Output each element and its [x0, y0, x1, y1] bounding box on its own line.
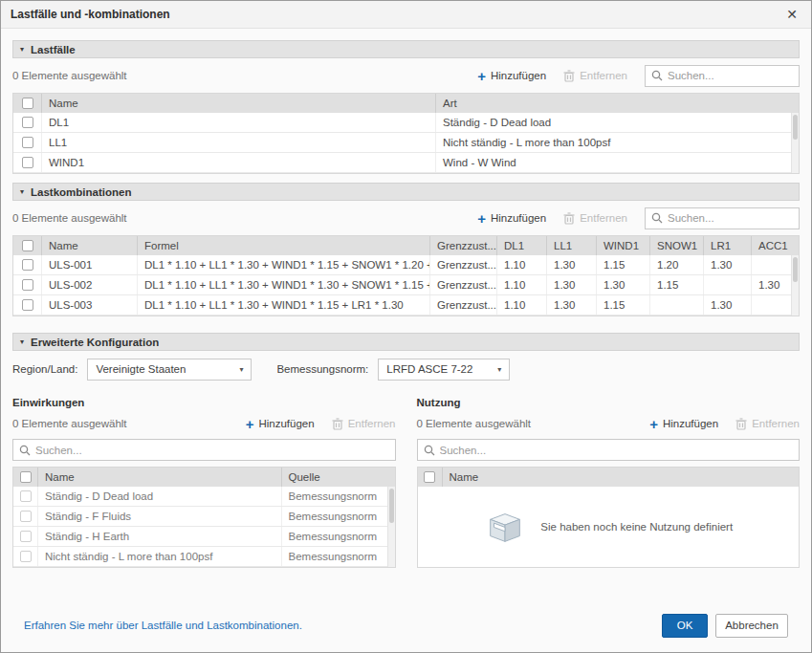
- scrollbar-thumb[interactable]: [793, 257, 798, 282]
- search-input[interactable]: [668, 212, 793, 224]
- table-row[interactable]: ULS-001 DL1 * 1.10 + LL1 * 1.30 + WIND1 …: [13, 255, 799, 275]
- cell-name: Ständig - D Dead load: [38, 487, 282, 506]
- plus-icon: +: [477, 69, 486, 83]
- ok-button[interactable]: OK: [662, 614, 708, 638]
- einwirkungen-table-header: Name Quelle: [13, 468, 395, 487]
- select-all-checkbox[interactable]: [22, 240, 33, 251]
- section-header-lastfaelle[interactable]: ▾ Lastfälle: [12, 40, 800, 58]
- close-icon: ✕: [786, 7, 798, 22]
- close-button[interactable]: ✕: [782, 5, 801, 24]
- empty-state-text: Sie haben noch keine Nutzung definiert: [540, 521, 733, 533]
- cell-quelle: Bemessungsnorm: [282, 487, 395, 506]
- column-header-lr1[interactable]: LR1: [704, 236, 752, 255]
- remove-label: Entfernen: [348, 418, 396, 429]
- select-all-checkbox[interactable]: [424, 471, 435, 483]
- section-header-lastkombinationen[interactable]: ▾ Lastkombinationen: [12, 183, 800, 201]
- nutzung-table: Name: [417, 467, 801, 568]
- column-header-art[interactable]: Art: [436, 94, 799, 113]
- column-header-grenzzustand[interactable]: Grenzzust...: [430, 236, 497, 255]
- row-checkbox[interactable]: [22, 259, 33, 271]
- learn-more-link[interactable]: Erfahren Sie mehr über Lastfälle und Las…: [24, 620, 302, 631]
- region-select[interactable]: Vereinigte Staaten ▾: [87, 359, 252, 381]
- combinations-table: Name Formel Grenzzust... DL1 LL1 WIND1 S…: [12, 235, 800, 316]
- add-button[interactable]: + Hinzufügen: [477, 211, 546, 226]
- column-header-formel[interactable]: Formel: [138, 236, 430, 255]
- remove-button[interactable]: Entfernen: [563, 70, 627, 82]
- cell-quelle: Bemessungsnorm: [282, 547, 395, 566]
- section-title: Erweiterte Konfiguration: [31, 337, 159, 348]
- row-checkbox[interactable]: [20, 531, 32, 542]
- cell-wind1: 1.30: [597, 275, 650, 294]
- table-row[interactable]: Nicht ständig - L more than 100psf Bemes…: [13, 547, 395, 567]
- row-checkbox[interactable]: [22, 299, 33, 311]
- select-all-checkbox[interactable]: [20, 471, 32, 483]
- cell-snow1: 1.15: [650, 275, 704, 294]
- select-all-checkbox[interactable]: [22, 98, 33, 109]
- cell-lr1: [704, 275, 752, 294]
- scrollbar-thumb[interactable]: [389, 489, 394, 523]
- cell-art: Wind - W Wind: [436, 153, 799, 172]
- plus-icon: +: [649, 417, 658, 431]
- norm-select[interactable]: LRFD ASCE 7-22 ▾: [378, 359, 510, 381]
- remove-button[interactable]: Entfernen: [563, 212, 627, 225]
- remove-button[interactable]: Entfernen: [735, 418, 800, 430]
- column-header-name[interactable]: Name: [42, 236, 138, 255]
- column-header-name[interactable]: Name: [443, 468, 800, 487]
- search-input[interactable]: [440, 445, 794, 456]
- row-checkbox[interactable]: [20, 490, 32, 502]
- lastfaelle-toolbar: 0 Elemente ausgewählt + Hinzufügen Entfe…: [12, 58, 800, 93]
- scrollbar[interactable]: [791, 113, 799, 173]
- cell-ll1: 1.30: [547, 255, 597, 274]
- row-checkbox[interactable]: [20, 511, 32, 522]
- row-checkbox[interactable]: [22, 117, 33, 128]
- row-checkbox[interactable]: [22, 137, 33, 148]
- cell-name: ULS-003: [42, 295, 138, 315]
- row-checkbox[interactable]: [22, 279, 33, 291]
- scrollbar-thumb[interactable]: [793, 115, 798, 140]
- table-row[interactable]: WIND1 Wind - W Wind: [13, 153, 799, 173]
- add-button[interactable]: + Hinzufügen: [477, 69, 546, 83]
- column-header-snow1[interactable]: SNOW1: [650, 236, 704, 255]
- column-header-dl1[interactable]: DL1: [497, 236, 547, 255]
- column-header-acc1[interactable]: ACC1: [752, 236, 799, 255]
- cancel-button[interactable]: Abbrechen: [715, 614, 788, 638]
- column-header-name[interactable]: Name: [42, 94, 436, 113]
- config-row: Region/Land: Vereinigte Staaten ▾ Bemess…: [12, 351, 800, 387]
- scrollbar[interactable]: [387, 487, 395, 567]
- row-checkbox[interactable]: [22, 157, 33, 168]
- table-row[interactable]: Ständig - D Dead load Bemessungsnorm: [13, 487, 395, 507]
- remove-label: Entfernen: [752, 418, 800, 429]
- add-button[interactable]: + Hinzufügen: [649, 417, 718, 431]
- search-input[interactable]: [35, 445, 389, 456]
- search-icon: [651, 212, 663, 224]
- search-input[interactable]: [668, 70, 793, 81]
- cell-wind1: 1.15: [597, 295, 650, 315]
- cell-quelle: Bemessungsnorm: [282, 507, 395, 526]
- nutzung-toolbar: 0 Elemente ausgewählt + Hinzufügen Entfe…: [417, 408, 801, 439]
- scrollbar[interactable]: [791, 255, 799, 316]
- chevron-down-icon: ▾: [497, 365, 501, 374]
- cell-dl1: 1.10: [497, 255, 547, 274]
- table-row[interactable]: LL1 Nicht ständig - L more than 100psf: [13, 133, 799, 153]
- nutzung-empty-state: Sie haben noch keine Nutzung definiert: [418, 487, 800, 567]
- column-header-wind1[interactable]: WIND1: [597, 236, 650, 255]
- table-row[interactable]: Ständig - H Earth Bemessungsnorm: [13, 527, 395, 547]
- load-cases-table-header: Name Art: [13, 94, 799, 113]
- load-cases-dialog: Lastfälle und -kombinationen ✕ ▾ Lastfäl…: [0, 0, 812, 653]
- remove-button[interactable]: Entfernen: [332, 418, 396, 430]
- table-row[interactable]: DL1 Ständig - D Dead load: [13, 113, 799, 133]
- cell-art: Ständig - D Dead load: [436, 113, 799, 132]
- add-label: Hinzufügen: [491, 70, 546, 81]
- add-button[interactable]: + Hinzufügen: [246, 417, 315, 431]
- section-header-erweiterte-konfiguration[interactable]: ▾ Erweiterte Konfiguration: [12, 333, 800, 351]
- column-header-quelle[interactable]: Quelle: [282, 468, 395, 487]
- cell-grenzzustand: Grenzzust...: [430, 295, 497, 315]
- cell-snow1: [650, 295, 704, 315]
- cell-quelle: Bemessungsnorm: [282, 527, 395, 546]
- table-row[interactable]: ULS-002 DL1 * 1.10 + LL1 * 1.30 + WIND1 …: [13, 275, 799, 295]
- column-header-ll1[interactable]: LL1: [547, 236, 597, 255]
- table-row[interactable]: ULS-003 DL1 * 1.10 + LL1 * 1.30 + WIND1 …: [13, 295, 799, 316]
- column-header-name[interactable]: Name: [38, 468, 282, 487]
- row-checkbox[interactable]: [20, 551, 32, 562]
- table-row[interactable]: Ständig - F Fluids Bemessungsnorm: [13, 507, 395, 527]
